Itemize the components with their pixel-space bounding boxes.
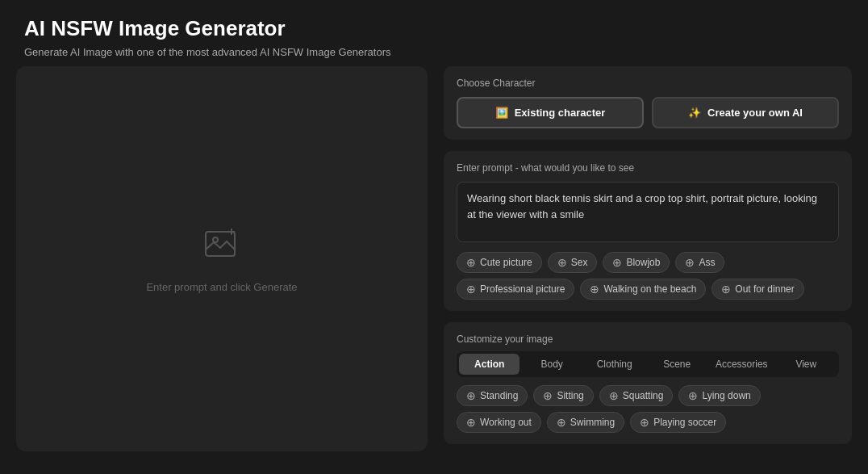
tag-professional-picture-label: Professional picture bbox=[480, 283, 565, 295]
prompt-section: Enter prompt - what would you like to se… bbox=[444, 151, 852, 311]
create-own-ai-button[interactable]: ✨ Create your own AI bbox=[652, 97, 839, 128]
svg-rect-0 bbox=[206, 232, 235, 256]
tag-plus-icon: ⊕ bbox=[685, 257, 695, 268]
tag-plus-icon: ⊕ bbox=[688, 390, 698, 401]
existing-character-label: Existing character bbox=[515, 107, 606, 119]
existing-character-icon: 🖼️ bbox=[495, 107, 508, 119]
tab-accessories[interactable]: Accessories bbox=[709, 354, 774, 375]
action-tag-swimming-label: Swimming bbox=[570, 417, 615, 428]
customize-label: Customize your image bbox=[457, 333, 839, 345]
tag-plus-icon: ⊕ bbox=[640, 417, 649, 428]
customize-section: Customize your image Action Body Clothin… bbox=[444, 322, 852, 444]
tag-walking-beach-label: Walking on the beach bbox=[603, 283, 696, 295]
page-subtitle: Generate AI Image with one of the most a… bbox=[24, 46, 844, 58]
action-tag-standing[interactable]: ⊕ Standing bbox=[457, 385, 528, 406]
tag-professional-picture[interactable]: ⊕ Professional picture bbox=[457, 279, 574, 300]
action-tag-playing-soccer-label: Playing soccer bbox=[653, 417, 716, 428]
image-placeholder-icon bbox=[202, 225, 241, 271]
action-tag-working-out[interactable]: ⊕ Working out bbox=[457, 412, 541, 433]
page-title: AI NSFW Image Generator bbox=[24, 16, 844, 41]
tab-scene[interactable]: Scene bbox=[646, 354, 707, 375]
customize-tabs-row: Action Body Clothing Scene Accessories V… bbox=[457, 351, 839, 377]
tag-plus-icon: ⊕ bbox=[609, 390, 619, 401]
existing-character-button[interactable]: 🖼️ Existing character bbox=[457, 97, 644, 128]
prompt-textarea[interactable] bbox=[457, 182, 839, 242]
tag-ass[interactable]: ⊕ Ass bbox=[675, 252, 724, 273]
tab-action[interactable]: Action bbox=[459, 354, 520, 375]
tag-out-for-dinner[interactable]: ⊕ Out for dinner bbox=[712, 279, 803, 300]
tag-sex[interactable]: ⊕ Sex bbox=[548, 252, 598, 273]
tag-sex-label: Sex bbox=[571, 257, 588, 268]
prompt-tags-row: ⊕ Cute picture ⊕ Sex ⊕ Blowjob ⊕ Ass ⊕ bbox=[457, 252, 839, 300]
action-tag-sitting[interactable]: ⊕ Sitting bbox=[533, 385, 593, 406]
action-tag-working-out-label: Working out bbox=[480, 417, 532, 428]
tag-plus-icon: ⊕ bbox=[466, 257, 476, 268]
tag-walking-beach[interactable]: ⊕ Walking on the beach bbox=[580, 279, 706, 300]
tag-blowjob-label: Blowjob bbox=[626, 257, 660, 268]
prompt-label: Enter prompt - what would you like to se… bbox=[457, 162, 839, 174]
tag-cute-picture[interactable]: ⊕ Cute picture bbox=[457, 252, 542, 273]
tag-plus-icon: ⊕ bbox=[543, 390, 553, 401]
tag-plus-icon: ⊕ bbox=[557, 257, 567, 268]
character-buttons-group: 🖼️ Existing character ✨ Create your own … bbox=[457, 97, 839, 128]
right-panel: Choose Character 🖼️ Existing character ✨… bbox=[444, 66, 852, 451]
action-tag-sitting-label: Sitting bbox=[557, 390, 583, 401]
action-tag-playing-soccer[interactable]: ⊕ Playing soccer bbox=[630, 412, 726, 433]
tab-view[interactable]: View bbox=[776, 354, 837, 375]
header: AI NSFW Image Generator Generate AI Imag… bbox=[0, 0, 868, 66]
tab-clothing[interactable]: Clothing bbox=[584, 354, 645, 375]
tag-plus-icon: ⊕ bbox=[466, 390, 476, 401]
create-own-ai-icon: ✨ bbox=[688, 107, 701, 119]
choose-character-section: Choose Character 🖼️ Existing character ✨… bbox=[444, 66, 852, 140]
tag-plus-icon: ⊕ bbox=[721, 283, 731, 295]
action-tags-row: ⊕ Standing ⊕ Sitting ⊕ Squatting ⊕ Lying… bbox=[457, 385, 839, 433]
tag-plus-icon: ⊕ bbox=[590, 283, 599, 295]
image-placeholder-text: Enter prompt and click Generate bbox=[146, 281, 297, 293]
tag-out-for-dinner-label: Out for dinner bbox=[735, 283, 794, 295]
create-own-ai-label: Create your own AI bbox=[707, 107, 803, 119]
tag-plus-icon: ⊕ bbox=[557, 417, 566, 428]
image-preview-panel: Enter prompt and click Generate bbox=[16, 66, 428, 451]
tag-blowjob[interactable]: ⊕ Blowjob bbox=[603, 252, 670, 273]
action-tag-lying-down-label: Lying down bbox=[702, 390, 750, 401]
tag-cute-picture-label: Cute picture bbox=[480, 257, 532, 268]
action-tag-squatting-label: Squatting bbox=[623, 390, 664, 401]
tag-plus-icon: ⊕ bbox=[466, 417, 476, 428]
choose-character-label: Choose Character bbox=[457, 78, 839, 89]
tab-body[interactable]: Body bbox=[521, 354, 582, 375]
action-tag-squatting[interactable]: ⊕ Squatting bbox=[599, 385, 674, 406]
action-tag-lying-down[interactable]: ⊕ Lying down bbox=[678, 385, 760, 406]
action-tag-standing-label: Standing bbox=[480, 390, 518, 401]
tag-plus-icon: ⊕ bbox=[612, 257, 622, 268]
tag-ass-label: Ass bbox=[699, 257, 715, 268]
action-tag-swimming[interactable]: ⊕ Swimming bbox=[547, 412, 624, 433]
tag-plus-icon: ⊕ bbox=[466, 283, 476, 295]
